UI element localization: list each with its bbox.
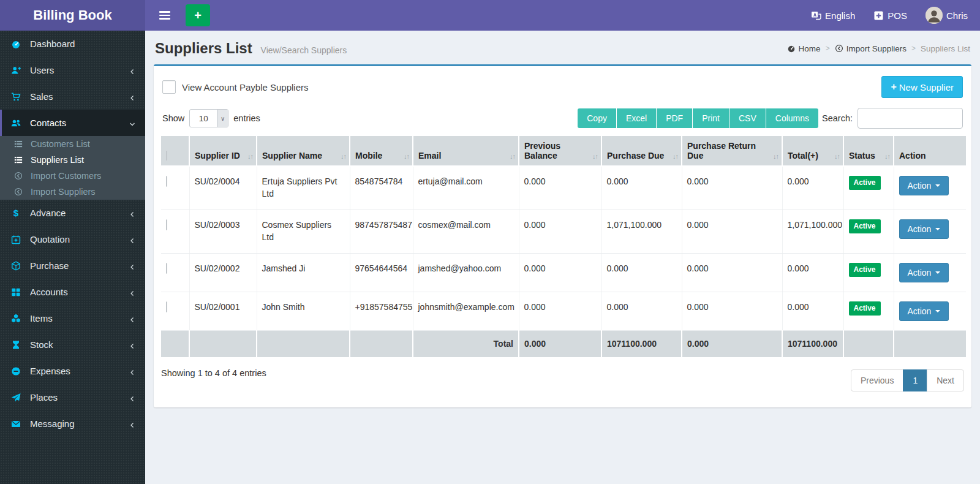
export-columns-button[interactable]: Columns	[766, 108, 818, 128]
cell-total: 0.000	[782, 166, 843, 210]
pagination-1-button[interactable]: 1	[903, 369, 927, 391]
pagination: Previous1Next	[851, 369, 964, 391]
plus-icon: +	[891, 81, 896, 93]
payable-suppliers-checkbox[interactable]	[162, 80, 176, 94]
row-checkbox[interactable]	[166, 176, 167, 187]
breadcrumb: Home>Import Suppliers>Suppliers List	[787, 44, 970, 53]
column-total[interactable]: Total(+)↓↑	[782, 136, 843, 166]
sidebar-item-import-suppliers[interactable]: Import Suppliers	[0, 184, 145, 200]
breadcrumb-home[interactable]: Home	[787, 44, 821, 53]
breadcrumb-import-suppliers[interactable]: Import Suppliers	[835, 44, 907, 53]
cell-purchase-due: 0.000	[601, 292, 682, 330]
total-previous-balance: 0.000	[519, 330, 601, 357]
sidebar-item-purchase[interactable]: Purchase	[0, 252, 145, 279]
sidebar-item-quotation[interactable]: Quotation	[0, 226, 145, 252]
sidebar-item-accounts[interactable]: Accounts	[0, 279, 145, 305]
sort-icon: ↓↑	[510, 153, 515, 160]
sidebar-item-label: Items	[30, 313, 53, 323]
cell-total: 1,071,100.000	[782, 210, 843, 253]
page-length-value: 10	[190, 114, 217, 123]
envelope-icon	[11, 419, 23, 429]
sidebar-item-sales[interactable]: Sales	[0, 83, 145, 110]
sidebar-item-contacts[interactable]: Contacts	[0, 110, 145, 136]
sidebar-item-items[interactable]: Items	[0, 305, 145, 331]
quick-add-button[interactable]: +	[186, 4, 210, 26]
table-row: SU/02/0002Jamshed Ji97654644564jamshed@y…	[161, 253, 966, 292]
sidebar-item-messaging[interactable]: Messaging	[0, 410, 145, 437]
export-print-button[interactable]: Print	[692, 108, 729, 128]
users-icon	[11, 118, 23, 128]
sidebar-item-label: Messaging	[30, 418, 75, 429]
sidebar-item-advance[interactable]: $Advance	[0, 200, 145, 226]
sidebar-item-customers-list[interactable]: Customers List	[0, 136, 145, 152]
action-button-label: Action	[908, 224, 932, 234]
action-button[interactable]: Action	[899, 301, 949, 321]
pos-link[interactable]: POS	[873, 10, 907, 21]
import-icon	[14, 187, 25, 196]
action-button[interactable]: Action	[899, 219, 949, 239]
sidebar-item-suppliers-list[interactable]: Suppliers List	[0, 152, 145, 168]
user-menu[interactable]: Chris	[925, 7, 968, 24]
sidebar-item-label: Places	[30, 392, 58, 403]
brand-logo[interactable]: Billing Book	[0, 0, 145, 31]
caret-down-icon	[935, 228, 940, 230]
language-icon	[811, 10, 821, 21]
column-purchase-due[interactable]: Purchase Due↓↑	[601, 136, 682, 166]
suppliers-card: View Account Payble Suppliers +New Suppl…	[154, 64, 971, 407]
column-email[interactable]: Email↓↑	[413, 136, 519, 166]
pagination-previous-button[interactable]: Previous	[851, 369, 903, 391]
cell-previous-balance: 0.000	[519, 210, 601, 253]
breadcrumb-separator: >	[911, 44, 916, 53]
cell-select	[161, 253, 189, 292]
column-mobile[interactable]: Mobile↓↑	[350, 136, 413, 166]
row-checkbox[interactable]	[166, 263, 167, 274]
sort-icon: ↓↑	[884, 153, 890, 160]
sidebar-item-users[interactable]: Users	[0, 57, 145, 83]
total-empty-cell	[894, 330, 966, 357]
user-name: Chris	[946, 10, 968, 21]
tachometer-icon	[787, 44, 796, 53]
column-status[interactable]: Status↓↑	[843, 136, 894, 166]
search-group: Search:	[822, 108, 963, 129]
showing-entries-text: Showing 1 to 4 of 4 entries	[161, 366, 266, 378]
sidebar-item-dashboard[interactable]: Dashboard	[0, 31, 145, 57]
sidebar-item-stock[interactable]: Stock	[0, 331, 145, 358]
sidebar-item-label: Purchase	[30, 260, 69, 271]
export-csv-button[interactable]: CSV	[729, 108, 766, 128]
total-empty-cell	[350, 330, 413, 357]
sidebar-item-import-customers[interactable]: Import Customers	[0, 168, 145, 184]
row-checkbox[interactable]	[166, 219, 167, 230]
calendar-plus-icon	[11, 235, 23, 244]
pagination-next-button[interactable]: Next	[927, 369, 964, 391]
new-supplier-button[interactable]: +New Supplier	[881, 76, 963, 98]
column-previous-balance[interactable]: Previous Balance↓↑	[519, 136, 601, 166]
column-purchase-return-due[interactable]: Purchase Return Due↓↑	[682, 136, 782, 166]
action-button[interactable]: Action	[899, 176, 949, 195]
page-length-select[interactable]: 10 ∨	[189, 109, 228, 127]
column-supplier-name[interactable]: Supplier Name↓↑	[257, 136, 350, 166]
sidebar-toggle-icon[interactable]	[153, 0, 177, 31]
sort-icon: ↓↑	[592, 153, 598, 160]
chevron-left-icon	[129, 368, 136, 375]
action-button[interactable]: Action	[899, 263, 949, 282]
action-button-label: Action	[908, 181, 932, 191]
row-checkbox[interactable]	[166, 301, 167, 312]
sidebar-item-label: Expenses	[30, 366, 70, 376]
chevron-left-icon	[129, 236, 136, 243]
cell-action: Action	[894, 292, 966, 330]
export-copy-button[interactable]: Copy	[578, 108, 616, 128]
export-excel-button[interactable]: Excel	[616, 108, 656, 128]
language-menu[interactable]: English	[811, 10, 855, 21]
sidebar-item-expenses[interactable]: Expenses	[0, 358, 145, 384]
cell-mobile: 97654644564	[350, 253, 413, 292]
sort-icon: ↓↑	[834, 153, 840, 160]
column-supplier-id[interactable]: Supplier ID↓↑	[189, 136, 257, 166]
chevron-left-icon	[129, 315, 136, 322]
select-all-checkbox[interactable]	[166, 150, 167, 161]
sidebar-item-places[interactable]: Places	[0, 384, 145, 410]
chevron-left-icon	[129, 289, 136, 296]
status-badge: Active	[849, 176, 881, 190]
sidebar-item-label: Dashboard	[30, 39, 75, 49]
export-pdf-button[interactable]: PDF	[656, 108, 692, 128]
search-input[interactable]	[858, 108, 963, 129]
